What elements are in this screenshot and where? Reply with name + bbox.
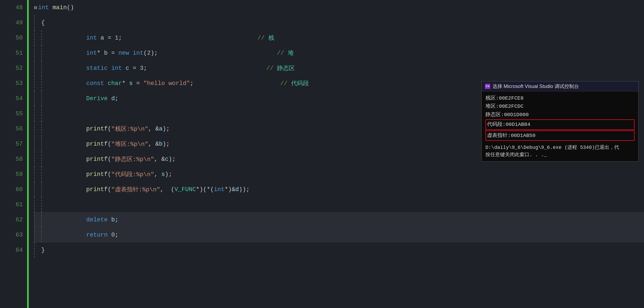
code-line-59: printf("代码段:%p\n", s); xyxy=(34,167,644,182)
line-num-52: 52 xyxy=(0,61,23,76)
line-num-54: 54 xyxy=(0,91,23,106)
keyword-int-50: int xyxy=(86,35,97,41)
green-bar xyxy=(27,0,29,308)
line-numbers: 48 49 50 51 52 53 54 55 56 57 58 59 60 6… xyxy=(0,0,27,308)
line-num-58: 58 xyxy=(0,152,23,167)
debug-title-icon: cv xyxy=(485,84,490,89)
debug-output-area: 栈区:00E2FCE8 堆区:00E2FCDC 静态区:00D1D000 代码段… xyxy=(482,91,638,161)
keyword-int-48: int xyxy=(38,4,49,11)
code-line-48: ⊟int main() xyxy=(34,0,644,15)
line-num-49: 49 xyxy=(0,15,23,30)
collapse-icon-48[interactable]: ⊟ xyxy=(34,5,37,11)
debug-path-line2: 按任意键关闭此窗口. . ._ xyxy=(485,151,635,159)
code-line-64: } xyxy=(34,243,644,258)
debug-output-code: 代码段:00D1AB84 xyxy=(485,119,635,130)
line-num-61: 61 xyxy=(0,197,23,212)
line-num-48: 48 xyxy=(0,0,23,15)
debug-output-vtable: 虚表指针:00D1AB50 xyxy=(485,130,635,141)
code-line-63: return 0; xyxy=(34,227,644,243)
line-num-64: 64 xyxy=(0,243,23,258)
line-num-60: 60 xyxy=(0,182,23,197)
code-editor: 48 49 50 51 52 53 54 55 56 57 58 59 60 6… xyxy=(0,0,644,308)
line-num-62: 62 xyxy=(0,212,23,227)
code-line-60: printf("虚表指针:%p\n", (V_FUNC*)(*(int*)&d)… xyxy=(34,182,644,197)
debug-output-stack: 栈区:00E2FCE8 xyxy=(485,94,635,102)
comment-50: // xyxy=(257,35,268,41)
debug-console[interactable]: cv 选择 Microsoft Visual Studio 调试控制台 栈区:0… xyxy=(481,81,639,162)
debug-title-bar: cv 选择 Microsoft Visual Studio 调试控制台 xyxy=(482,81,638,91)
line-num-56: 56 xyxy=(0,121,23,136)
line-num-53: 53 xyxy=(0,76,23,91)
comment-51: // xyxy=(277,50,288,57)
debug-cursor: _ xyxy=(544,152,547,158)
line-num-63: 63 xyxy=(0,227,23,243)
debug-path-line1: D:\daily\9_6\Debug\9_6.exe (进程 5340)已退出，… xyxy=(485,144,635,151)
code-line-52: static int c = 3;// 静态区 xyxy=(34,61,644,76)
code-line-49: { xyxy=(34,15,644,30)
code-line-51: int* b = new int(2);// 堆 xyxy=(34,45,644,61)
code-line-50: int a = 1;// 栈 xyxy=(34,30,644,45)
debug-title-text: 选择 Microsoft Visual Studio 调试控制台 xyxy=(492,83,579,90)
line-num-55: 55 xyxy=(0,106,23,121)
fn-main: main xyxy=(53,4,67,11)
debug-output-static: 静态区:00D1D000 xyxy=(485,111,635,119)
debug-output-heap: 堆区:00E2FCDC xyxy=(485,102,635,110)
line-num-50: 50 xyxy=(0,30,23,45)
code-line-62: delete b; xyxy=(34,212,644,227)
line-num-51: 51 xyxy=(0,45,23,61)
code-line-61 xyxy=(34,197,644,212)
line-num-57: 57 xyxy=(0,136,23,152)
line-num-59: 59 xyxy=(0,167,23,182)
